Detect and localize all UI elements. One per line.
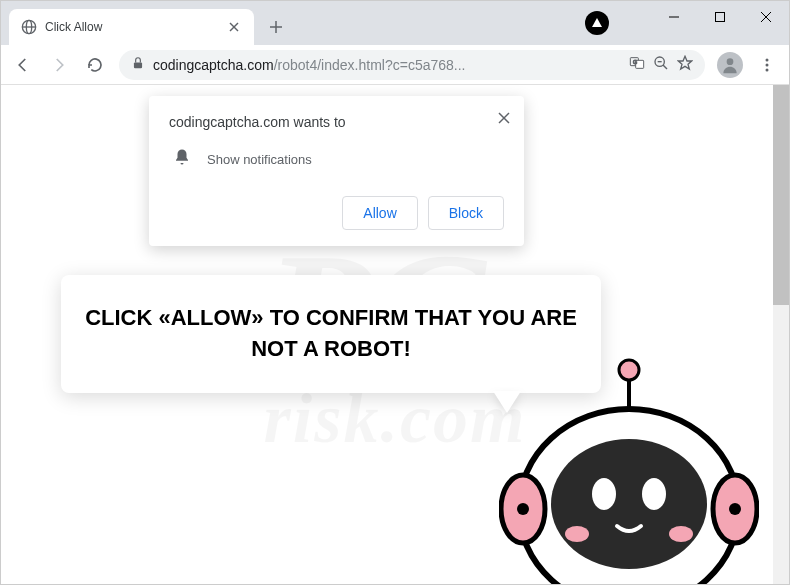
close-icon[interactable] xyxy=(498,110,510,128)
new-tab-button[interactable] xyxy=(262,13,290,41)
dialog-header: codingcaptcha.com wants to xyxy=(169,114,504,130)
svg-point-29 xyxy=(642,478,666,510)
svg-point-21 xyxy=(766,58,769,61)
robot-illustration xyxy=(499,354,759,584)
dialog-body: Show notifications xyxy=(207,152,312,167)
svg-point-23 xyxy=(766,68,769,71)
svg-point-35 xyxy=(729,503,741,515)
svg-point-22 xyxy=(766,63,769,66)
scrollbar[interactable] xyxy=(773,85,789,584)
url-text: codingcaptcha.com/robot4/index.html?c=c5… xyxy=(153,57,621,73)
close-tab-icon[interactable] xyxy=(226,19,242,35)
reload-button[interactable] xyxy=(79,49,111,81)
window-controls xyxy=(651,1,789,33)
close-window-button[interactable] xyxy=(743,1,789,33)
globe-icon xyxy=(21,19,37,35)
svg-text:G: G xyxy=(633,59,637,65)
back-button[interactable] xyxy=(7,49,39,81)
svg-marker-7 xyxy=(592,18,602,27)
svg-point-31 xyxy=(669,526,693,542)
bookmark-icon[interactable] xyxy=(677,55,693,74)
url-path: /robot4/index.html?c=c5a768... xyxy=(274,57,466,73)
svg-point-28 xyxy=(592,478,616,510)
browser-tab[interactable]: Click Allow xyxy=(9,9,254,45)
allow-button[interactable]: Allow xyxy=(342,196,417,230)
page-content: PC risk.com CLICK «ALLOW» TO CONFIRM THA… xyxy=(1,85,789,584)
title-bar: Click Allow xyxy=(1,1,789,45)
url-input[interactable]: codingcaptcha.com/robot4/index.html?c=c5… xyxy=(119,50,705,80)
menu-icon[interactable] xyxy=(751,49,783,81)
address-bar: codingcaptcha.com/robot4/index.html?c=c5… xyxy=(1,45,789,85)
svg-rect-9 xyxy=(716,13,725,22)
svg-point-33 xyxy=(517,503,529,515)
svg-marker-19 xyxy=(678,56,691,69)
minimize-button[interactable] xyxy=(651,1,697,33)
zoom-icon[interactable] xyxy=(653,55,669,74)
svg-rect-12 xyxy=(134,62,142,68)
bell-icon xyxy=(173,148,191,170)
svg-line-17 xyxy=(663,65,667,69)
svg-point-27 xyxy=(551,439,707,569)
url-domain: codingcaptcha.com xyxy=(153,57,274,73)
svg-point-20 xyxy=(727,58,734,65)
forward-button[interactable] xyxy=(43,49,75,81)
svg-point-25 xyxy=(619,360,639,380)
maximize-button[interactable] xyxy=(697,1,743,33)
profile-avatar[interactable] xyxy=(717,52,743,78)
search-badge-icon[interactable] xyxy=(585,11,609,35)
tab-title: Click Allow xyxy=(45,20,218,34)
translate-icon[interactable]: G xyxy=(629,55,645,74)
lock-icon xyxy=(131,56,145,73)
browser-window: Click Allow xyxy=(0,0,790,585)
svg-point-30 xyxy=(565,526,589,542)
scrollbar-thumb[interactable] xyxy=(773,85,789,305)
notification-permission-dialog: codingcaptcha.com wants to Show notifica… xyxy=(149,96,524,246)
block-button[interactable]: Block xyxy=(428,196,504,230)
